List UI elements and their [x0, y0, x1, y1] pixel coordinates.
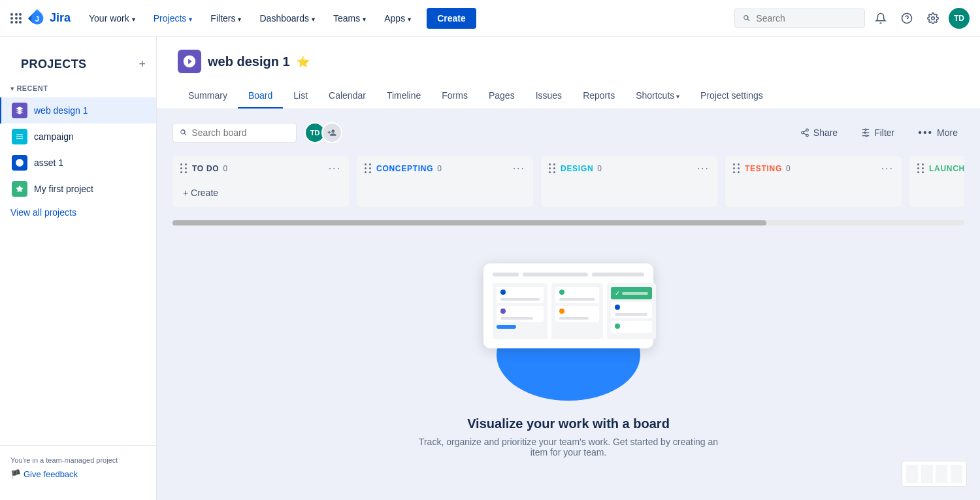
add-member-avatar[interactable]: [321, 122, 342, 143]
sidebar-item-my-first-project[interactable]: My first project: [0, 176, 156, 202]
nav-items: Your work Projects Filters Dashboards Te…: [81, 8, 734, 29]
search-board-input[interactable]: [191, 127, 289, 138]
svg-point-17: [865, 129, 866, 130]
tab-board[interactable]: Board: [238, 84, 283, 108]
svg-text:J: J: [35, 14, 39, 22]
chevron-down-icon: [363, 13, 366, 24]
nav-dashboards[interactable]: Dashboards: [252, 8, 323, 29]
nav-apps[interactable]: Apps: [376, 8, 419, 29]
give-feedback-button[interactable]: 🏴 Give feedback: [10, 469, 146, 479]
column-menu-todo[interactable]: ···: [329, 163, 341, 175]
settings-button[interactable]: [923, 8, 943, 29]
column-count-testing: 0: [786, 164, 791, 173]
create-button[interactable]: Create: [427, 8, 476, 29]
drag-handle-testing[interactable]: [733, 163, 741, 174]
scroll-thumb[interactable]: [172, 220, 766, 225]
column-body-testing: [725, 181, 902, 207]
search-board-container[interactable]: [172, 123, 297, 142]
project-header: web design 1 ⭐ Summary Board List Calend…: [157, 37, 980, 109]
view-all-projects-link[interactable]: View all projects: [0, 202, 156, 223]
chevron-down-icon: [312, 13, 315, 24]
column-menu-testing[interactable]: ···: [881, 163, 894, 175]
project-icon-campaign: [12, 129, 27, 144]
svg-line-9: [804, 133, 806, 135]
create-issue-button-todo[interactable]: + Create: [178, 184, 223, 202]
filter-button[interactable]: Filter: [855, 124, 901, 142]
minimap-col-3: [936, 465, 947, 483]
kanban-board: TO DO 0 ··· + Create: [172, 156, 964, 215]
sidebar-header: Projects +: [0, 47, 156, 82]
tab-pages[interactable]: Pages: [478, 84, 525, 108]
drag-handle-design[interactable]: [549, 163, 557, 174]
illustration-area: ✓: [172, 231, 964, 484]
star-icon[interactable]: ⭐: [297, 56, 310, 68]
feedback-flag-icon: 🏴: [10, 469, 21, 479]
notifications-button[interactable]: [870, 8, 891, 29]
nav-filters[interactable]: Filters: [203, 8, 249, 29]
tab-reports[interactable]: Reports: [572, 84, 625, 108]
svg-point-7: [802, 131, 804, 134]
column-menu-concepting[interactable]: ···: [513, 163, 525, 175]
column-body-design: [541, 181, 717, 207]
column-header-launch: LAUNCH 0 ···: [909, 156, 964, 181]
nav-projects[interactable]: Projects: [146, 8, 201, 29]
sidebar-item-web-design-1[interactable]: web design 1: [0, 97, 156, 124]
svg-point-8: [806, 134, 809, 137]
drag-handle-todo[interactable]: [180, 163, 188, 174]
sidebar-item-campaign[interactable]: campaign: [0, 124, 156, 150]
minimap-col-4: [951, 465, 962, 483]
column-header-design: DESIGN 0 ···: [541, 156, 717, 181]
search-input[interactable]: [756, 13, 857, 24]
nav-teams[interactable]: Teams: [325, 8, 374, 29]
column-concepting: CONCEPTING 0 ···: [357, 156, 533, 207]
column-title-launch: LAUNCH: [929, 164, 964, 173]
recent-section-label: ▾ RECENT: [0, 82, 156, 97]
logo-text: Jira: [50, 11, 71, 25]
minimap[interactable]: [902, 461, 967, 487]
column-header-concepting: CONCEPTING 0 ···: [357, 156, 533, 181]
column-menu-design[interactable]: ···: [697, 163, 710, 175]
project-icon-asset-1: [12, 155, 27, 171]
top-navigation: J Jira Your work Projects Filters Dashbo…: [0, 0, 980, 37]
tab-timeline[interactable]: Timeline: [376, 84, 431, 108]
share-button[interactable]: Share: [794, 124, 844, 142]
tab-project-settings[interactable]: Project settings: [690, 84, 774, 108]
help-button[interactable]: [896, 8, 917, 29]
tab-shortcuts[interactable]: Shortcuts: [625, 84, 690, 108]
drag-handle-launch[interactable]: [917, 163, 925, 174]
minimap-col-2: [921, 465, 933, 483]
column-title-design: DESIGN: [561, 164, 593, 173]
project-icon-my-first-project: [12, 181, 27, 197]
column-body-todo: + Create: [172, 181, 349, 207]
column-title-row-todo: TO DO 0: [180, 163, 227, 174]
column-title-row-testing: TESTING 0: [733, 163, 791, 174]
share-icon: [800, 128, 809, 137]
board-toolbar-right: Share Filter ••• More: [794, 123, 964, 142]
add-project-button[interactable]: +: [139, 58, 146, 71]
sidebar-item-asset-1[interactable]: asset 1: [0, 150, 156, 176]
chevron-down-icon: [674, 90, 679, 101]
tab-issues[interactable]: Issues: [525, 84, 572, 108]
column-title-todo: TO DO: [192, 164, 219, 173]
filter-icon: [861, 128, 870, 137]
tab-calendar[interactable]: Calendar: [318, 84, 376, 108]
project-main-icon: [178, 50, 201, 73]
project-icon-web-design-1: [12, 103, 27, 118]
jira-logo[interactable]: J Jira: [27, 8, 71, 28]
tab-summary[interactable]: Summary: [178, 84, 238, 108]
ellipsis-icon: •••: [918, 127, 933, 139]
user-avatar[interactable]: TD: [949, 8, 970, 29]
more-button[interactable]: ••• More: [911, 123, 964, 142]
board-toolbar: TD Share Filter: [172, 122, 964, 143]
board-area: TD Share Filter: [157, 109, 980, 500]
drag-handle-concepting[interactable]: [365, 163, 372, 174]
search-box[interactable]: [734, 8, 865, 28]
project-tabs: Summary Board List Calendar Timeline For…: [178, 84, 959, 108]
tab-forms[interactable]: Forms: [431, 84, 478, 108]
apps-grid-icon[interactable]: [10, 13, 22, 24]
nav-your-work[interactable]: Your work: [81, 8, 143, 29]
horizontal-scrollbar[interactable]: [172, 220, 964, 225]
project-title-row: web design 1 ⭐: [178, 50, 959, 73]
tab-list[interactable]: List: [283, 84, 318, 108]
column-title-row-design: DESIGN 0: [549, 163, 602, 174]
